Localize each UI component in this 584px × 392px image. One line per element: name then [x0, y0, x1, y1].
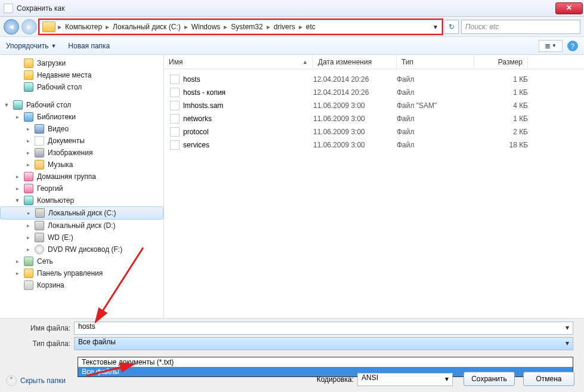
crumb-system32[interactable]: System32 [227, 23, 266, 31]
new-folder-button[interactable]: Новая папка [68, 42, 110, 50]
file-icon [170, 127, 180, 137]
search-input[interactable]: Поиск: etc [461, 20, 580, 34]
tree-item[interactable]: ▸Локальный диск (C:) [0, 206, 163, 220]
window-title: Сохранить как [17, 4, 64, 13]
encoding-label: Кодировка: [317, 375, 354, 384]
tree-item[interactable]: ▸Изображения [0, 147, 163, 159]
back-button[interactable]: ◄ [4, 19, 19, 35]
tree-item[interactable]: ▸DVD RW дисковод (F:) [0, 243, 163, 255]
file-icon [170, 75, 180, 84]
filename-input[interactable]: hosts [74, 322, 573, 335]
save-button[interactable]: Сохранить [464, 372, 515, 386]
crumb-drive-c[interactable]: Локальный диск (C:) [109, 23, 184, 31]
sort-asc-icon: ▲ [302, 59, 308, 65]
file-rows: hosts12.04.2014 20:26Файл1 КБhosts - коп… [164, 69, 584, 318]
tree-item[interactable]: Корзина [0, 279, 163, 291]
tree-item[interactable]: ▸WD (E:) [0, 232, 163, 243]
toolbar: Упорядочить ▼ Новая папка ≣▼ ? [0, 37, 584, 55]
title-bar: Сохранить как ✕ [0, 0, 584, 17]
folder-tree[interactable]: ЗагрузкиНедавние местаРабочий стол▼Рабоч… [0, 55, 164, 318]
tree-item[interactable]: ▸Георгий [0, 183, 163, 195]
file-row[interactable]: hosts - копия12.04.2014 20:26Файл1 КБ [164, 86, 584, 99]
tree-item[interactable]: ▸Домашняя группа [0, 171, 163, 183]
file-row[interactable]: networks11.06.2009 3:00Файл1 КБ [164, 112, 584, 125]
tree-item[interactable]: Рабочий стол [0, 81, 163, 93]
tree-item[interactable]: Загрузки [0, 57, 163, 69]
tree-item[interactable]: ▸Документы [0, 135, 163, 147]
tree-item[interactable]: ▼Компьютер [0, 195, 163, 206]
file-list-panel: Имя▲ Дата изменения Тип Размер hosts12.0… [164, 55, 584, 318]
encoding-select[interactable]: ANSI [357, 373, 453, 386]
crumb-computer[interactable]: Компьютер [61, 23, 106, 31]
cancel-button[interactable]: Отмена [523, 372, 574, 386]
tree-item [0, 93, 163, 99]
file-icon [170, 88, 180, 97]
col-date: Дата изменения [313, 55, 397, 69]
help-button[interactable]: ? [567, 41, 578, 51]
nav-bar: ◄ ► ▸ Компьютер▸ Локальный диск (C:)▸ Wi… [0, 17, 584, 37]
tree-item[interactable]: ▼Рабочий стол [0, 99, 163, 111]
column-headers[interactable]: Имя▲ Дата изменения Тип Размер [164, 55, 584, 69]
organize-button[interactable]: Упорядочить ▼ [6, 42, 56, 50]
filename-label: Имя файла: [11, 324, 70, 332]
file-row[interactable]: protocol11.06.2009 3:00Файл2 КБ [164, 125, 584, 138]
close-button[interactable]: ✕ [555, 2, 583, 14]
filetype-select[interactable]: Все файлы [74, 337, 573, 350]
tree-item[interactable]: ▸Локальный диск (D:) [0, 220, 163, 232]
tree-item[interactable]: ▸Видео [0, 123, 163, 135]
file-icon [170, 140, 180, 150]
file-row[interactable]: hosts12.04.2014 20:26Файл1 КБ [164, 73, 584, 86]
file-icon [170, 114, 180, 124]
tree-item[interactable]: ▸Сеть [0, 255, 163, 267]
folder-icon [42, 21, 55, 32]
bottom-panel: Имя файла: hosts Тип файла: Все файлы Те… [0, 318, 584, 392]
col-type: Тип [397, 55, 474, 69]
view-options-button[interactable]: ≣▼ [539, 40, 563, 52]
filetype-label: Тип файла: [11, 339, 70, 348]
filetype-option-txt[interactable]: Текстовые документы (*.txt) [78, 357, 573, 367]
forward-button[interactable]: ► [21, 19, 37, 35]
crumb-windows[interactable]: Windows [188, 23, 224, 31]
file-icon [170, 101, 180, 110]
file-row[interactable]: lmhosts.sam11.06.2009 3:00Файл "SAM"4 КБ [164, 99, 584, 112]
crumb-drivers[interactable]: drivers [270, 23, 299, 31]
tree-item[interactable]: Недавние места [0, 69, 163, 81]
tree-item[interactable]: ▸Панель управления [0, 267, 163, 279]
crumb-etc[interactable]: etc [302, 23, 319, 31]
col-size: Размер [474, 55, 528, 69]
refresh-button[interactable]: ↻ [444, 20, 459, 34]
tree-item[interactable]: ▸Библиотеки [0, 111, 163, 123]
file-row[interactable]: services11.06.2009 3:00Файл18 КБ [164, 138, 584, 152]
breadcrumb-dropdown-icon[interactable]: ▾ [429, 23, 441, 31]
col-name: Имя▲ [164, 55, 313, 69]
chevron-up-icon: ˄ [6, 375, 17, 386]
app-icon [4, 4, 13, 13]
tree-item[interactable]: ▸Музыка [0, 159, 163, 171]
breadcrumb-bar[interactable]: ▸ Компьютер▸ Локальный диск (C:)▸ Window… [39, 20, 442, 34]
hide-folders-button[interactable]: ˄ Скрыть папки [6, 375, 66, 386]
main-area: ЗагрузкиНедавние местаРабочий стол▼Рабоч… [0, 55, 584, 318]
